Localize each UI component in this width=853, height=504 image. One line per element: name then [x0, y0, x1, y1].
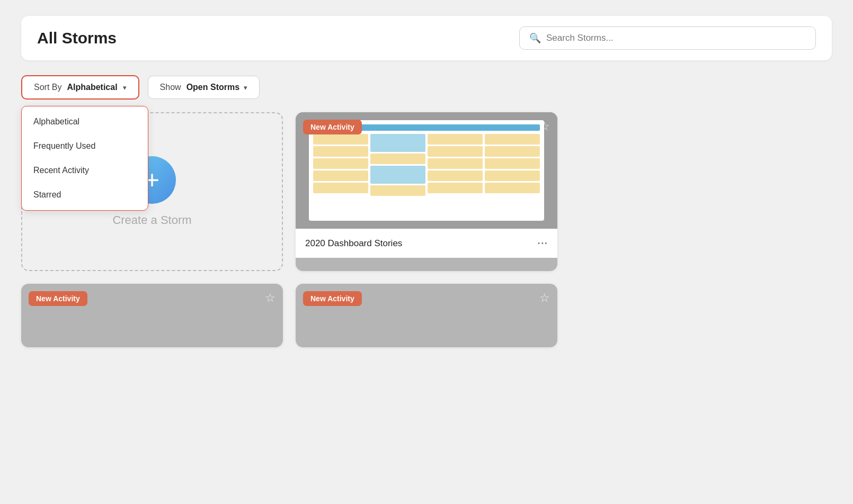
search-box[interactable]: 🔍 — [519, 26, 816, 50]
sort-value: Alphabetical — [67, 83, 117, 92]
star-button-2[interactable]: ☆ — [265, 291, 276, 305]
board-col-4 — [485, 134, 540, 216]
sticky-note — [428, 146, 483, 157]
sticky-note — [370, 166, 425, 184]
sticky-note — [428, 158, 483, 169]
empty-bottom-slot — [570, 284, 832, 347]
card-name-1: 2020 Dashboard Stories — [305, 238, 402, 249]
sticky-note — [313, 183, 368, 193]
search-icon: 🔍 — [529, 32, 541, 44]
dropdown-item-starred[interactable]: Starred — [22, 183, 148, 207]
sort-chevron-icon: ▾ — [123, 84, 127, 92]
sticky-note — [313, 146, 368, 157]
sticky-note — [485, 134, 540, 145]
storm-card-bottom-2[interactable]: New Activity ☆ — [296, 284, 557, 347]
storm-card-1[interactable]: New Activity ☆ 2020 Dashboard Stories ··… — [296, 112, 557, 271]
sticky-note — [370, 154, 425, 164]
bottom-cards-row: New Activity ☆ New Activity ☆ — [21, 284, 832, 347]
storm-card-bottom-1[interactable]: New Activity ☆ — [21, 284, 283, 347]
sticky-note — [485, 146, 540, 157]
sticky-note — [428, 134, 483, 145]
sort-button[interactable]: Sort By Alphabetical ▾ — [21, 75, 139, 100]
board-col-2 — [370, 134, 425, 216]
board-col-3 — [428, 134, 483, 216]
new-activity-badge-1: New Activity — [303, 120, 362, 134]
show-chevron-icon: ▾ — [244, 84, 247, 92]
dropdown-item-frequently-used[interactable]: Frequently Used — [22, 134, 148, 158]
page-title: All Storms — [37, 29, 117, 47]
sticky-note — [313, 158, 368, 169]
sticky-note — [428, 170, 483, 181]
new-activity-badge-2: New Activity — [29, 291, 87, 306]
sticky-note — [485, 170, 540, 181]
toolbar: Sort By Alphabetical ▾ Alphabetical Freq… — [21, 75, 832, 100]
dropdown-item-recent-activity[interactable]: Recent Activity — [22, 158, 148, 183]
sort-dropdown: Alphabetical Frequently Used Recent Acti… — [21, 106, 148, 211]
page-header: All Storms 🔍 — [21, 16, 832, 60]
card-more-button-1[interactable]: ··· — [537, 237, 548, 249]
board-col-1 — [313, 134, 368, 216]
star-button-1[interactable]: ☆ — [539, 120, 550, 133]
sticky-note — [485, 183, 540, 193]
sticky-note — [428, 183, 483, 193]
sort-by-label: Sort By — [34, 83, 61, 92]
sticky-note — [485, 158, 540, 169]
sticky-note — [313, 134, 368, 145]
search-input[interactable] — [546, 33, 806, 43]
show-button[interactable]: Show Open Storms ▾ — [148, 76, 260, 99]
sticky-note — [370, 185, 425, 196]
new-activity-badge-3: New Activity — [303, 291, 362, 306]
star-button-3[interactable]: ☆ — [539, 291, 550, 305]
create-storm-label: Create a Storm — [112, 213, 191, 227]
board-columns — [313, 134, 540, 216]
board-mockup — [309, 120, 545, 220]
card-footer-1: 2020 Dashboard Stories ··· — [296, 229, 557, 258]
show-label: Show — [160, 83, 181, 92]
sticky-note — [370, 134, 425, 152]
dropdown-item-alphabetical[interactable]: Alphabetical — [22, 110, 148, 134]
show-value: Open Storms — [186, 83, 239, 92]
sticky-note — [313, 170, 368, 181]
